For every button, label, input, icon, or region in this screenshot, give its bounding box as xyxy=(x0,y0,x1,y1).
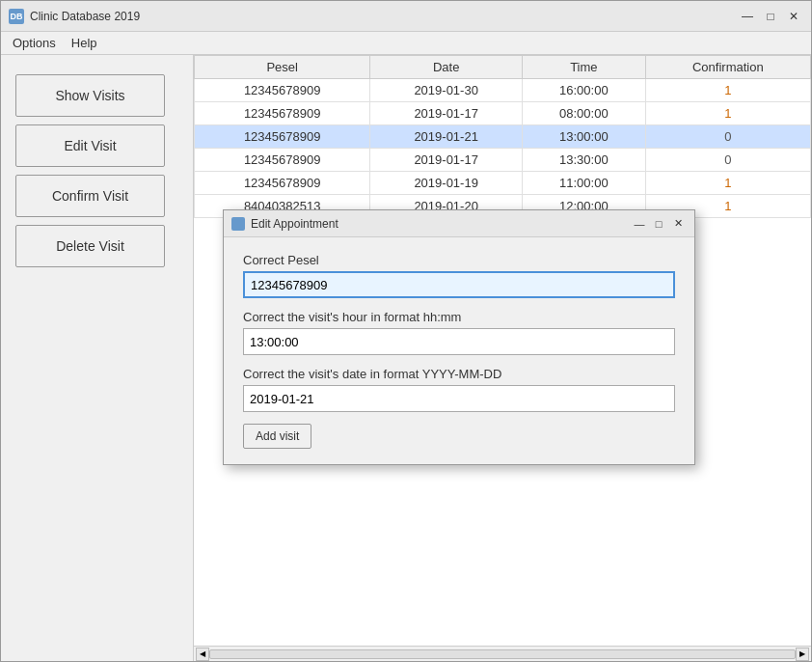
date-field-group: Correct the visit's date in format YYYY-… xyxy=(243,367,675,424)
date-label: Correct the visit's date in format YYYY-… xyxy=(243,367,675,381)
minimize-button[interactable]: — xyxy=(738,7,757,26)
main-window: DB Clinic Database 2019 — □ ✕ Options He… xyxy=(0,0,812,662)
hour-field-group: Correct the visit's hour in format hh:mm xyxy=(243,310,675,367)
content-area: Show Visits Edit Visit Confirm Visit Del… xyxy=(1,55,811,661)
pesel-input[interactable] xyxy=(243,271,675,298)
maximize-button[interactable]: □ xyxy=(761,7,780,26)
pesel-label: Correct Pesel xyxy=(243,253,675,267)
edit-visit-button[interactable]: Edit Visit xyxy=(15,124,165,167)
show-visits-button[interactable]: Show Visits xyxy=(15,74,165,117)
menu-bar: Options Help xyxy=(1,32,811,55)
modal-overlay: Edit Appointment — □ ✕ Correct Pesel xyxy=(194,55,811,661)
add-visit-button[interactable]: Add visit xyxy=(243,424,311,449)
left-panel: Show Visits Edit Visit Confirm Visit Del… xyxy=(1,55,194,661)
menu-help[interactable]: Help xyxy=(64,34,105,52)
hour-label: Correct the visit's hour in format hh:mm xyxy=(243,310,675,324)
edit-appointment-modal: Edit Appointment — □ ✕ Correct Pesel xyxy=(223,209,695,465)
modal-title-left: Edit Appointment xyxy=(231,217,338,231)
title-bar-controls: — □ ✕ xyxy=(738,7,803,26)
confirm-visit-button[interactable]: Confirm Visit xyxy=(15,175,165,217)
title-bar: DB Clinic Database 2019 — □ ✕ xyxy=(1,1,811,32)
title-bar-left: DB Clinic Database 2019 xyxy=(9,9,140,24)
app-icon: DB xyxy=(9,9,24,24)
menu-options[interactable]: Options xyxy=(5,34,64,52)
modal-maximize-button[interactable]: □ xyxy=(650,215,667,233)
modal-close-button[interactable]: ✕ xyxy=(669,215,687,233)
date-input[interactable] xyxy=(243,385,675,412)
hour-input[interactable] xyxy=(243,328,675,355)
delete-visit-button[interactable]: Delete Visit xyxy=(15,225,165,267)
modal-title: Edit Appointment xyxy=(251,217,338,231)
pesel-field-group: Correct Pesel xyxy=(243,253,675,310)
close-button[interactable]: ✕ xyxy=(784,7,803,26)
modal-content: Correct Pesel Correct the visit's hour i… xyxy=(224,237,694,464)
modal-app-icon xyxy=(231,217,245,231)
window-title: Clinic Database 2019 xyxy=(30,10,140,23)
modal-minimize-button[interactable]: — xyxy=(631,215,648,233)
modal-controls: — □ ✕ xyxy=(631,215,687,233)
modal-title-bar: Edit Appointment — □ ✕ xyxy=(224,210,694,237)
